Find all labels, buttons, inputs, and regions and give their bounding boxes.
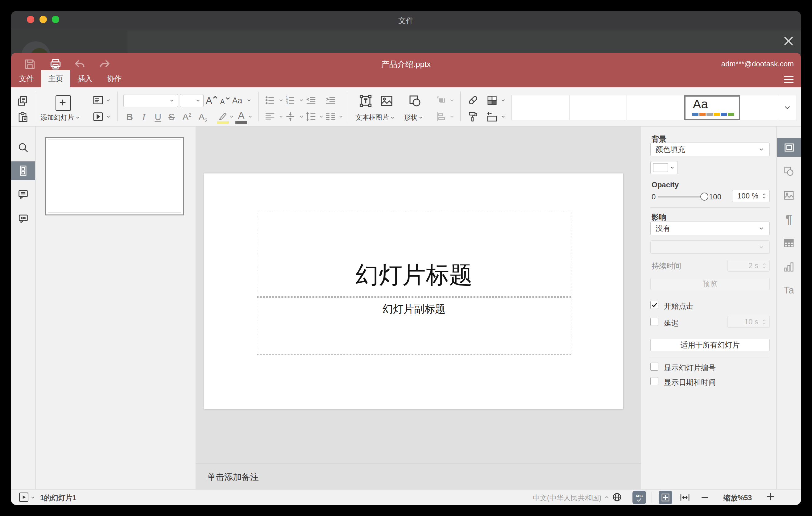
color-scheme-icon[interactable]: [486, 94, 498, 107]
columns-icon[interactable]: [324, 111, 336, 122]
textart-settings-icon[interactable]: Ta: [784, 285, 794, 296]
superscript-button[interactable]: A2: [182, 112, 191, 122]
tab-file[interactable]: 文件: [12, 70, 41, 87]
slide-size-chevron-icon[interactable]: [500, 114, 506, 119]
language-caret-icon[interactable]: [604, 494, 610, 500]
arrange-icon[interactable]: [435, 94, 447, 106]
tab-collaboration[interactable]: 协作: [100, 70, 129, 87]
italic-button[interactable]: I: [142, 112, 145, 122]
theme-option[interactable]: [627, 95, 684, 120]
paint-roller-icon[interactable]: [467, 111, 479, 123]
change-case-chevron-icon[interactable]: [246, 97, 252, 103]
start-slideshow-icon[interactable]: [92, 111, 104, 123]
slide-layout-icon[interactable]: [92, 94, 104, 107]
slide-layout-chevron-icon[interactable]: [106, 97, 111, 103]
textbox-button[interactable]: 文本框: [355, 113, 376, 122]
slide-subtitle-placeholder[interactable]: 幻灯片副标题: [257, 297, 571, 354]
slide-size-icon[interactable]: [486, 111, 498, 123]
theme-option[interactable]: [740, 95, 778, 120]
font-color-button[interactable]: A: [235, 110, 248, 124]
hamburger-menu-icon[interactable]: [784, 76, 793, 82]
close-icon[interactable]: [781, 34, 796, 49]
slideshow-chevron-icon[interactable]: [30, 495, 35, 500]
table-settings-icon[interactable]: [783, 237, 795, 249]
language-selector[interactable]: 中文(中华人民共和国): [533, 493, 601, 503]
theme-option[interactable]: [512, 95, 570, 120]
vertical-align-icon[interactable]: [285, 111, 296, 122]
horizontal-align-icon[interactable]: [264, 111, 276, 122]
delay-checkbox[interactable]: [650, 318, 658, 326]
vertical-align-chevron-icon[interactable]: [299, 114, 304, 119]
decrease-font-icon[interactable]: A: [218, 95, 230, 107]
opacity-slider-knob[interactable]: [700, 193, 708, 201]
increase-font-icon[interactable]: A: [205, 94, 218, 107]
bullet-list-icon[interactable]: [264, 94, 276, 106]
paste-icon[interactable]: [17, 111, 28, 123]
align-objects-chevron-icon[interactable]: [449, 114, 455, 119]
apply-all-button[interactable]: 适用于所有幻灯片: [650, 339, 770, 351]
horizontal-align-chevron-icon[interactable]: [278, 114, 284, 119]
show-slide-number-checkbox[interactable]: [650, 363, 658, 371]
paragraph-settings-icon[interactable]: ¶: [785, 212, 792, 226]
delay-input[interactable]: 10 s: [727, 316, 770, 328]
highlight-color-button[interactable]: [216, 111, 230, 124]
textbox-icon[interactable]: [358, 93, 373, 108]
decrease-indent-icon[interactable]: [305, 94, 317, 106]
theme-option[interactable]: [570, 95, 627, 120]
numbered-list-icon[interactable]: 123: [285, 94, 296, 106]
color-scheme-chevron-icon[interactable]: [500, 97, 506, 103]
font-size-combo[interactable]: [180, 94, 204, 107]
underline-button[interactable]: U: [154, 112, 161, 122]
strikethrough-button[interactable]: S: [169, 112, 175, 122]
effect-type-select-disabled[interactable]: [650, 240, 770, 254]
search-icon[interactable]: [17, 142, 29, 153]
theme-option-selected[interactable]: Aa: [684, 95, 741, 120]
increase-indent-icon[interactable]: [324, 94, 336, 106]
spellcheck-button[interactable]: ABC: [633, 491, 646, 504]
background-fill-select[interactable]: 颜色填充: [650, 143, 770, 156]
show-date-checkbox[interactable]: [650, 377, 658, 385]
zoom-out-button[interactable]: [701, 496, 709, 499]
sidebar-item-slides-active[interactable]: [11, 162, 35, 180]
font-name-combo[interactable]: [123, 94, 178, 107]
bold-button[interactable]: B: [126, 112, 133, 122]
slide-thumbnail[interactable]: [45, 137, 184, 216]
effect-select[interactable]: 没有: [650, 222, 770, 235]
shape-settings-icon[interactable]: [783, 165, 795, 177]
font-color-chevron-icon[interactable]: [248, 114, 253, 119]
line-spacing-chevron-icon[interactable]: [318, 114, 324, 119]
preview-button[interactable]: 预览: [650, 278, 770, 290]
opacity-slider-track[interactable]: [658, 196, 703, 198]
align-objects-icon[interactable]: [435, 111, 447, 122]
add-slide-button[interactable]: 添加幻灯片: [40, 113, 81, 122]
subscript-button[interactable]: A2: [198, 112, 207, 124]
document-language-globe-icon[interactable]: [612, 492, 622, 503]
line-spacing-icon[interactable]: [305, 111, 317, 122]
zoom-in-button[interactable]: [766, 492, 775, 501]
change-case-icon[interactable]: Aa: [232, 94, 245, 107]
notes-area[interactable]: 单击添加备注: [196, 463, 641, 489]
columns-chevron-icon[interactable]: [338, 114, 344, 119]
tab-home[interactable]: 主页: [41, 70, 70, 87]
highlight-chevron-icon[interactable]: [229, 114, 234, 119]
image-button[interactable]: 图片: [375, 113, 395, 122]
shape-icon[interactable]: [408, 93, 422, 108]
numbered-list-chevron-icon[interactable]: [299, 97, 304, 103]
chat-icon[interactable]: [17, 212, 29, 224]
start-on-click-checkbox[interactable]: [650, 301, 658, 309]
zoom-value[interactable]: 缩放%53: [718, 493, 758, 503]
chart-settings-icon[interactable]: [783, 261, 795, 273]
start-slideshow-chevron-icon[interactable]: [106, 114, 111, 119]
fit-slide-button[interactable]: [659, 491, 672, 504]
duration-input[interactable]: 2 s: [727, 260, 770, 271]
slide-settings-tab-active[interactable]: [777, 138, 801, 157]
comments-icon[interactable]: [17, 189, 29, 200]
fit-width-button[interactable]: [679, 492, 691, 503]
tab-insert[interactable]: 插入: [70, 70, 100, 87]
theme-gallery-expand[interactable]: [778, 95, 796, 120]
opacity-input[interactable]: 100 %: [732, 190, 770, 202]
copy-icon[interactable]: [17, 95, 28, 107]
slide-title-placeholder[interactable]: 幻灯片标题: [257, 212, 571, 297]
image-settings-icon[interactable]: [783, 189, 795, 202]
shape-button[interactable]: 形状: [404, 113, 424, 122]
